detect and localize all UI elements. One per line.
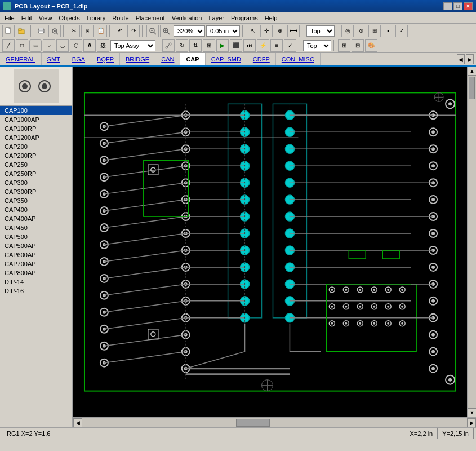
part-item-cap600ap[interactable]: CAP600AP: [0, 250, 72, 259]
part-item-cap1200ap[interactable]: CAP1200AP: [0, 133, 72, 142]
part-item-cap250rp[interactable]: CAP250RP: [0, 169, 72, 178]
cut-button[interactable]: ✂: [68, 25, 80, 37]
layer-select-top[interactable]: Top: [306, 25, 335, 37]
part-item-cap350[interactable]: CAP350: [0, 196, 72, 205]
part-item-cap500ap[interactable]: CAP500AP: [0, 241, 72, 250]
part-item-cap200[interactable]: CAP200: [0, 142, 72, 151]
zoom-area-button[interactable]: [160, 25, 172, 37]
part-item-cap800ap[interactable]: CAP800AP: [0, 268, 72, 277]
scroll-track-h[interactable]: [82, 418, 467, 427]
menu-edit[interactable]: Edit: [18, 13, 35, 23]
part-item-cap250[interactable]: CAP250: [0, 160, 72, 169]
layer-select-2[interactable]: Top: [303, 40, 331, 51]
display-tool[interactable]: ⊟: [352, 39, 364, 52]
scroll-up-button[interactable]: ▲: [468, 67, 476, 76]
zoom-select[interactable]: 320%: [174, 25, 205, 37]
rect-tool[interactable]: □: [16, 39, 28, 52]
drc-button[interactable]: ✓: [395, 25, 408, 37]
pcb-canvas[interactable]: [73, 67, 467, 417]
menu-route[interactable]: Route: [109, 13, 132, 23]
part-item-cap300rp[interactable]: CAP300RP: [0, 187, 72, 196]
tab-prev-button[interactable]: ◀: [457, 54, 465, 64]
part-item-cap500[interactable]: CAP500: [0, 232, 72, 241]
paste-button[interactable]: 📋: [95, 25, 107, 37]
step-button[interactable]: ⏭: [243, 39, 256, 52]
move-tool[interactable]: ⊕: [274, 25, 286, 37]
part-item-cap400[interactable]: CAP400: [0, 205, 72, 214]
menu-file[interactable]: File: [1, 13, 18, 23]
tab-can[interactable]: CAN: [155, 53, 180, 65]
erc-button[interactable]: ⚡: [257, 39, 269, 52]
route-button[interactable]: ⊞: [368, 25, 381, 37]
scroll-thumb-v[interactable]: [469, 77, 475, 99]
tab-next-button[interactable]: ▶: [466, 54, 474, 64]
line-tool[interactable]: ╱: [2, 39, 15, 52]
part-item-cap700ap[interactable]: CAP700AP: [0, 259, 72, 268]
menu-library[interactable]: Library: [83, 13, 109, 23]
image-tool[interactable]: 🖼: [97, 39, 109, 52]
minimize-button[interactable]: _: [443, 2, 452, 10]
copy-button[interactable]: ⎘: [81, 25, 94, 37]
component-tool[interactable]: ⊞: [203, 39, 215, 52]
menu-placement[interactable]: Placement: [132, 13, 168, 23]
menu-objects[interactable]: Objects: [55, 13, 83, 23]
part-item-cap100rp[interactable]: CAP100RP: [0, 124, 72, 133]
tab-bridge[interactable]: BRIDGE: [120, 53, 155, 65]
select-tool[interactable]: ↖: [247, 25, 259, 37]
menu-view[interactable]: View: [35, 13, 56, 23]
part-item-cap300[interactable]: CAP300: [0, 178, 72, 187]
part-item-cap100[interactable]: CAP100: [0, 106, 72, 115]
tab-cap-smd[interactable]: CAP_SMD: [206, 53, 247, 65]
scroll-right-button[interactable]: ▶: [467, 418, 476, 427]
part-item-cap1000ap[interactable]: CAP1000AP: [0, 115, 72, 124]
close-button[interactable]: ✕: [464, 2, 473, 10]
text-tool[interactable]: A: [83, 39, 96, 52]
part-item-cap400ap[interactable]: CAP400AP: [0, 214, 72, 223]
menu-help[interactable]: Help: [261, 13, 281, 23]
play-button[interactable]: ▶: [216, 39, 229, 52]
pad-button[interactable]: ⊙: [355, 25, 367, 37]
menu-layer[interactable]: Layer: [205, 13, 228, 23]
part-item-cap200rp[interactable]: CAP200RP: [0, 151, 72, 160]
rotate-tool[interactable]: ↻: [176, 39, 188, 52]
new-button[interactable]: [2, 25, 15, 37]
scroll-down-button[interactable]: ▼: [468, 408, 476, 417]
netlist-button[interactable]: ≡: [270, 39, 283, 52]
flip-tool[interactable]: ⇅: [189, 39, 202, 52]
scroll-track-v[interactable]: [468, 76, 476, 408]
tab-smt[interactable]: SMT: [42, 53, 66, 65]
via-button[interactable]: ◎: [341, 25, 354, 37]
poly-tool[interactable]: ⬡: [70, 39, 82, 52]
tab-general[interactable]: GENERAL: [0, 53, 42, 65]
verify-button[interactable]: ✓: [284, 39, 296, 52]
menu-programs[interactable]: Programs: [228, 13, 261, 23]
tab-cap[interactable]: CAP: [180, 53, 205, 65]
vertical-scrollbar[interactable]: ▲ ▼: [467, 67, 476, 417]
maximize-button[interactable]: □: [453, 2, 462, 10]
tab-cdfp[interactable]: CDFP: [247, 53, 276, 65]
zoom-in-button[interactable]: [48, 25, 61, 37]
menu-verification[interactable]: Verification: [168, 13, 206, 23]
zoom-out-tool[interactable]: [146, 25, 159, 37]
stop-button[interactable]: ⬛: [230, 39, 242, 52]
print-button[interactable]: [35, 25, 47, 37]
cross-tool[interactable]: ✛: [260, 25, 273, 37]
grid-tool[interactable]: ⊞: [338, 39, 350, 52]
tab-bqfp[interactable]: BQFP: [91, 53, 120, 65]
color-tool[interactable]: 🎨: [365, 39, 377, 52]
layer-assy-select[interactable]: Top Assy: [110, 40, 155, 51]
part-item-dip14[interactable]: DIP-14: [0, 277, 72, 286]
open-button[interactable]: [16, 25, 28, 37]
part-item-dip16[interactable]: DIP-16: [0, 286, 72, 295]
tab-bga[interactable]: BGA: [66, 53, 91, 65]
mirror-tool[interactable]: ⟷: [287, 25, 300, 37]
grid-select[interactable]: 0.05 in: [206, 25, 240, 37]
fill-button[interactable]: ▪: [382, 25, 394, 37]
arc-tool[interactable]: ◡: [56, 39, 69, 52]
redo-button[interactable]: ↷: [127, 25, 140, 37]
snap-tool[interactable]: [162, 39, 175, 52]
scroll-thumb-h[interactable]: [236, 419, 270, 427]
circle-tool[interactable]: ○: [43, 39, 55, 52]
tab-con-misc[interactable]: CON_MISC: [276, 53, 321, 65]
scroll-left-button[interactable]: ◀: [73, 418, 82, 427]
